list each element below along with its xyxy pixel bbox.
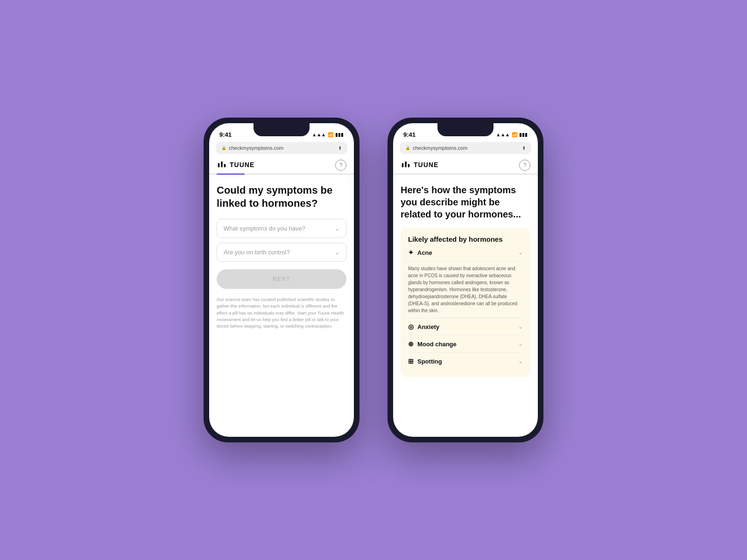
anxiety-icon: ◎	[408, 323, 414, 330]
notch-right	[437, 123, 493, 136]
signal-icon-right: ▲▲▲	[496, 132, 510, 137]
symptom-row-anxiety[interactable]: ◎ Anxiety ⌄	[408, 318, 523, 336]
symptoms-dropdown[interactable]: What symptoms do you have? ⌄	[217, 219, 346, 238]
birthcontrol-dropdown[interactable]: Are you on birth control? ⌄	[217, 243, 346, 262]
disclaimer-text: Our science team has curated published s…	[217, 296, 346, 329]
acne-label: Acne	[417, 249, 432, 256]
url-text-left: checkmysymptoms.com	[229, 145, 283, 151]
phone-left: 9:41 ▲▲▲ 📶 ▮▮▮ 🔒 checkmysymptoms.com ⬆︎	[204, 118, 359, 442]
anxiety-label: Anxiety	[417, 323, 439, 330]
lock-icon-left: 🔒	[221, 146, 226, 150]
symptom-row-acne[interactable]: ✦ Acne ⌄	[408, 249, 523, 261]
symptom-row-mood[interactable]: ⊕ Mood change ⌄	[408, 336, 523, 353]
acne-chevron: ⌄	[518, 249, 523, 256]
nav-logo-left: TUUNE	[217, 160, 254, 174]
svg-rect-4	[405, 161, 407, 168]
spotting-label: Spotting	[417, 358, 442, 365]
next-button[interactable]: NEXT	[217, 269, 346, 289]
results-heading: Here's how the symptoms you describe mig…	[401, 184, 530, 220]
mood-label: Mood change	[417, 341, 457, 348]
lock-icon-right: 🔒	[405, 146, 410, 150]
help-icon-left[interactable]: ?	[335, 160, 346, 171]
right-content: Here's how the symptoms you describe mig…	[393, 175, 538, 386]
battery-icon-left: ▮▮▮	[335, 132, 344, 137]
left-content: Could my symptoms be linked to hormones?…	[209, 175, 354, 339]
status-icons-left: ▲▲▲ 📶 ▮▮▮	[312, 132, 344, 137]
acne-icon: ✦	[408, 249, 414, 256]
status-icons-right: ▲▲▲ 📶 ▮▮▮	[496, 132, 528, 137]
symptoms-chevron: ⌄	[335, 225, 339, 232]
symptom-row-spotting[interactable]: ⊞ Spotting ⌄	[408, 353, 523, 370]
phone-right: 9:41 ▲▲▲ 📶 ▮▮▮ 🔒 checkmysymptoms.com ⬆︎	[388, 118, 543, 442]
birthcontrol-chevron: ⌄	[335, 249, 339, 256]
birthcontrol-placeholder: Are you on birth control?	[224, 249, 290, 256]
acne-description: Many studies have shown that adolescent …	[408, 265, 523, 318]
svg-rect-3	[402, 163, 404, 167]
url-bar-right[interactable]: 🔒 checkmysymptoms.com ⬆︎	[400, 142, 531, 154]
logo-icon-left	[217, 160, 227, 170]
share-icon-left[interactable]: ⬆︎	[338, 146, 342, 151]
battery-icon-right: ▮▮▮	[519, 132, 528, 137]
time-left: 9:41	[219, 131, 232, 138]
signal-icon-left: ▲▲▲	[312, 132, 326, 137]
nav-underline-left	[217, 174, 245, 175]
notch-left	[254, 123, 310, 136]
url-bar-left[interactable]: 🔒 checkmysymptoms.com ⬆︎	[216, 142, 347, 154]
mood-icon: ⊕	[408, 340, 414, 348]
svg-rect-1	[221, 161, 223, 168]
share-icon-right[interactable]: ⬆︎	[522, 146, 526, 151]
logo-text-left: TUUNE	[230, 161, 254, 168]
spotting-chevron: ⌄	[518, 358, 523, 364]
hormone-card-title: Likely affected by hormones	[408, 235, 523, 243]
svg-rect-5	[408, 164, 410, 167]
symptoms-placeholder: What symptoms do you have?	[224, 225, 305, 232]
main-heading: Could my symptoms be linked to hormones?	[217, 184, 346, 210]
help-icon-right[interactable]: ?	[519, 160, 530, 171]
url-text-right: checkmysymptoms.com	[413, 145, 467, 151]
svg-rect-2	[224, 164, 226, 167]
time-right: 9:41	[403, 131, 416, 138]
logo-icon-right	[401, 160, 411, 170]
nav-bar-right: TUUNE ?	[393, 158, 538, 175]
wifi-icon-left: 📶	[328, 132, 333, 137]
wifi-icon-right: 📶	[512, 132, 517, 137]
nav-logo-right: TUUNE	[401, 160, 438, 174]
mood-chevron: ⌄	[518, 341, 523, 347]
svg-rect-0	[218, 163, 220, 167]
nav-bar-left: TUUNE ?	[209, 158, 354, 175]
anxiety-chevron: ⌄	[518, 323, 523, 330]
spotting-icon: ⊞	[408, 357, 414, 365]
logo-text-right: TUUNE	[414, 161, 438, 168]
hormone-card: Likely affected by hormones ✦ Acne ⌄ Man…	[401, 228, 530, 377]
